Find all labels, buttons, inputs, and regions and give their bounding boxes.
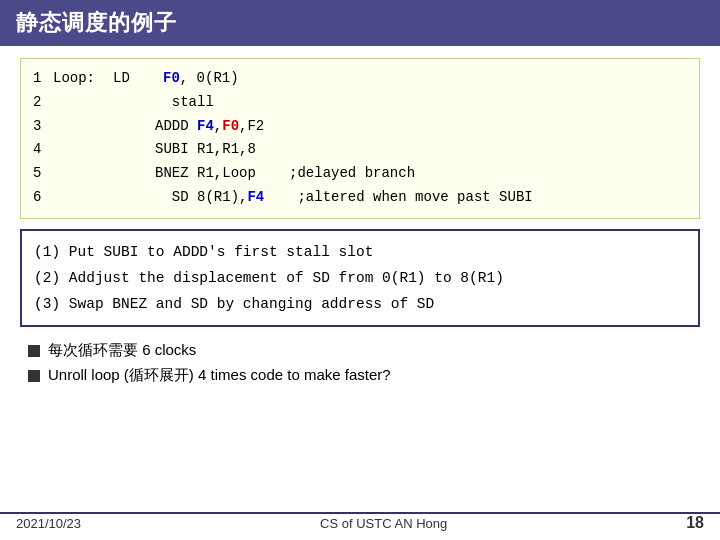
bullet-text-2: Unroll loop (循环展开) 4 times code to make … [48,366,391,385]
footer-page: 18 [686,514,704,532]
op-f4-6: F4 [247,189,264,205]
op-f0-3: F0 [222,118,239,134]
desc-line-1: (1) Put SUBI to ADDD's first stall slot [34,239,686,265]
bullet-square-2 [28,370,40,382]
desc-line-2: (2) Addjust the displacement of SD from … [34,265,686,291]
code-line-2: 2 stall [33,91,687,115]
code-operands-3: F4,F0,F2 [189,115,265,139]
code-instr-5: BNEZ [113,162,189,186]
code-instr-4: SUBI [113,138,189,162]
op-f4-3: F4 [197,118,214,134]
footer-center: CS of USTC AN Hong [320,516,447,531]
code-line-4: 4 SUBI R1,R1,8 [33,138,687,162]
code-comment-5: ;delayed branch [264,162,415,186]
line-num-5: 5 [33,162,53,186]
bullet-item-2: Unroll loop (循环展开) 4 times code to make … [28,366,692,385]
line-num-3: 3 [33,115,53,139]
line-num-6: 6 [33,186,53,210]
op-f2-3: ,F2 [239,118,264,134]
op-f0-1: F0 [163,70,180,86]
line-num-2: 2 [33,91,53,115]
code-comment-6: ;altered when move past SUBI [272,186,532,210]
bullet-item-1: 每次循环需要 6 clocks [28,341,692,360]
bullet-section: 每次循环需要 6 clocks Unroll loop (循环展开) 4 tim… [20,337,700,395]
code-instr-6: SD [113,186,189,210]
title-bar: 静态调度的例子 [0,0,720,46]
line-num-1: 1 [33,67,53,91]
code-operands-6: 8(R1),F4 [189,186,265,210]
code-operands-1: F0, 0(R1) [163,67,239,91]
code-instr-2: stall [113,91,214,115]
code-label-1: Loop: [53,67,113,91]
code-instr-3: ADDD [113,115,189,139]
main-content: 1 Loop: LD F0, 0(R1) 2 stall 3 ADDD F4,F… [0,46,720,407]
code-line-1: 1 Loop: LD F0, 0(R1) [33,67,687,91]
page-title: 静态调度的例子 [16,8,177,38]
line-num-4: 4 [33,138,53,162]
description-box: (1) Put SUBI to ADDD's first stall slot … [20,229,700,327]
bullet-square-1 [28,345,40,357]
code-block: 1 Loop: LD F0, 0(R1) 2 stall 3 ADDD F4,F… [20,58,700,219]
op-rest-1: , 0(R1) [180,70,239,86]
code-operands-4: R1,R1,8 [189,138,256,162]
code-line-5: 5 BNEZ R1,Loop ;delayed branch [33,162,687,186]
bullet-text-1: 每次循环需要 6 clocks [48,341,196,360]
code-line-3: 3 ADDD F4,F0,F2 [33,115,687,139]
footer: 2021/10/23 CS of USTC AN Hong 18 [0,512,720,532]
code-operands-5: R1,Loop [189,162,256,186]
code-instr-1: LD [113,67,163,91]
code-line-6: 6 SD 8(R1),F4 ;altered when move past SU… [33,186,687,210]
desc-line-3: (3) Swap BNEZ and SD by changing address… [34,291,686,317]
op-comma-3: , [214,118,222,134]
footer-date: 2021/10/23 [16,516,81,531]
